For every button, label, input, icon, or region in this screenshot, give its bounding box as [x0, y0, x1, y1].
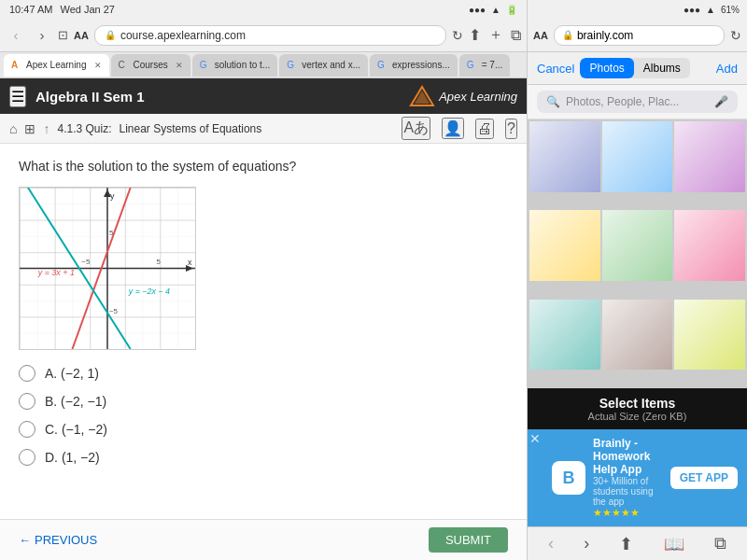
- brainly-app-desc: 30+ Million of students using the app: [593, 476, 663, 507]
- tab-7[interactable]: G = 7...: [459, 54, 511, 77]
- tab-expressions[interactable]: G expressions...: [370, 54, 458, 77]
- photo-cell-4[interactable]: [529, 210, 600, 281]
- right-panel: ●●● ▲ 61% AA 🔒 brainly.com ↻ Ask a quest…: [528, 0, 747, 560]
- quiz-content: What is the solution to the system of eq…: [0, 144, 527, 519]
- tab-apex-learning[interactable]: A Apex Learning ✕: [4, 54, 109, 77]
- photo-cell-8[interactable]: [602, 300, 673, 371]
- banner-close-button[interactable]: ✕: [529, 431, 541, 446]
- apex-app-header: ☰ Algebra II Sem 1 Apex Learning: [0, 78, 527, 114]
- photo-cell-1[interactable]: [529, 121, 600, 192]
- right-share-button[interactable]: ⬆: [612, 530, 641, 558]
- answer-option-d: D. (1, −2): [19, 449, 508, 466]
- svg-text:y: y: [110, 191, 115, 201]
- breadcrumb-actions: Aあ 👤 🖨 ?: [402, 117, 517, 140]
- open-tabs-button[interactable]: ⧉: [511, 27, 521, 44]
- question-text: What is the solution to the system of eq…: [19, 159, 508, 174]
- tab-vertex[interactable]: G vertex and x...: [279, 54, 368, 77]
- radio-c[interactable]: [19, 421, 35, 438]
- answer-label-a: A. (−2, 1): [45, 366, 99, 381]
- tab-favicon-courses: C: [119, 60, 130, 71]
- translate-button[interactable]: Aあ: [402, 117, 430, 140]
- breadcrumb-bar: ⌂ ⊞ ↑ 4.1.3 Quiz: Linear Systems of Equa…: [0, 114, 527, 144]
- right-signal-icon: ●●●: [684, 5, 700, 15]
- select-items-title: Select Items: [537, 396, 738, 411]
- time: 10:47 AM: [9, 4, 52, 15]
- right-wifi-icon: ▲: [706, 5, 715, 15]
- user-button[interactable]: 👤: [442, 118, 464, 139]
- photo-cell-9[interactable]: [674, 300, 745, 371]
- right-reader-mode-button[interactable]: AA: [533, 30, 548, 41]
- picker-tab-photos[interactable]: Photos: [580, 58, 633, 78]
- browser-chrome: ‹ › ⊡ AA 🔒 course.apexlearning.com ↻ ⬆ ＋…: [0, 19, 527, 52]
- picker-search-input[interactable]: 🔍 Photos, People, Plac... 🎤: [537, 91, 738, 113]
- right-address-text: brainly.com: [577, 29, 633, 42]
- tab-close-courses[interactable]: ✕: [176, 61, 183, 70]
- picker-cancel-button[interactable]: Cancel: [537, 62, 574, 76]
- radio-d[interactable]: [19, 449, 35, 466]
- photo-cell-6[interactable]: [674, 210, 745, 281]
- get-app-button[interactable]: GET APP: [670, 467, 738, 489]
- portfolio-button[interactable]: ⊞: [24, 121, 35, 136]
- right-lock-icon: 🔒: [562, 30, 573, 40]
- photo-grid: [528, 119, 747, 388]
- tab-favicon-solution: G: [200, 60, 211, 71]
- previous-link[interactable]: ← PREVIOUS: [19, 533, 97, 547]
- graph-svg: y x −5 5 −5 5: [20, 188, 195, 349]
- reload-button[interactable]: ↻: [452, 28, 463, 43]
- photo-cell-2[interactable]: [602, 121, 673, 192]
- tabs-button[interactable]: ⊡: [58, 28, 68, 42]
- svg-text:−5: −5: [81, 258, 91, 266]
- tab-close-apex[interactable]: ✕: [94, 61, 102, 70]
- answer-option-c: C. (−1, −2): [19, 421, 508, 438]
- course-title: Algebra II Sem 1: [35, 89, 409, 105]
- right-back-button[interactable]: ‹: [541, 530, 561, 557]
- right-forward-button[interactable]: ›: [576, 530, 597, 557]
- photo-picker-header: Cancel Photos Albums Add: [528, 52, 747, 85]
- picker-tab-albums[interactable]: Albums: [634, 58, 690, 78]
- tab-favicon-7: G: [467, 60, 478, 71]
- select-items-bar: Select Items Actual Size (Zero KB): [528, 388, 747, 429]
- picker-add-button[interactable]: Add: [716, 62, 738, 76]
- picker-tabs: Photos Albums: [580, 58, 689, 78]
- right-bookmarks-button[interactable]: 📖: [656, 530, 692, 558]
- hamburger-menu-button[interactable]: ☰: [9, 86, 26, 107]
- right-status-bar: ●●● ▲ 61%: [528, 0, 747, 19]
- answer-label-c: C. (−1, −2): [45, 422, 107, 437]
- back-button[interactable]: ‹: [6, 25, 26, 46]
- add-tab-button[interactable]: ＋: [488, 25, 503, 45]
- tab-courses[interactable]: C Courses ✕: [111, 54, 190, 77]
- breadcrumb-separator: ↑: [43, 121, 49, 136]
- status-bar-right: ●●● ▲ 🔋: [469, 5, 517, 15]
- radio-a[interactable]: [19, 365, 35, 382]
- reader-mode-button[interactable]: AA: [74, 30, 89, 41]
- home-button[interactable]: ⌂: [9, 121, 17, 136]
- radio-b[interactable]: [19, 393, 35, 410]
- tab-label-7: = 7...: [482, 60, 503, 70]
- toolbar-icons: ⬆ ＋ ⧉: [469, 25, 521, 45]
- right-tabs-button[interactable]: ⧉: [707, 530, 734, 557]
- brainly-app-banner: ✕ B Brainly - Homework Help App 30+ Mill…: [528, 429, 747, 526]
- right-browser-chrome: AA 🔒 brainly.com ↻: [528, 19, 747, 52]
- address-text: course.apexlearning.com: [120, 29, 436, 42]
- apex-logo-icon: [409, 83, 435, 109]
- answer-label-b: B. (−2, −1): [45, 394, 106, 409]
- submit-button[interactable]: SUBMIT: [429, 527, 508, 553]
- print-button[interactable]: 🖨: [475, 119, 494, 139]
- svg-text:y = 3x + 1: y = 3x + 1: [37, 268, 75, 277]
- answer-option-a: A. (−2, 1): [19, 365, 508, 382]
- left-panel: 10:47 AM Wed Jan 27 ●●● ▲ 🔋 ‹ › ⊡ AA 🔒 c…: [0, 0, 528, 560]
- picker-search-area: 🔍 Photos, People, Plac... 🎤: [528, 85, 747, 119]
- tab-label-vertex: vertex and x...: [302, 60, 360, 70]
- help-button[interactable]: ?: [505, 119, 517, 139]
- photo-cell-3[interactable]: [674, 121, 745, 192]
- photo-cell-5[interactable]: [602, 210, 673, 281]
- forward-button[interactable]: ›: [32, 25, 52, 46]
- right-reload-button[interactable]: ↻: [730, 28, 741, 43]
- tab-solution[interactable]: G solution to t...: [192, 54, 277, 77]
- photo-cell-7[interactable]: [529, 300, 600, 371]
- browser-tabs: A Apex Learning ✕ C Courses ✕ G solution…: [0, 52, 527, 78]
- right-address-bar[interactable]: 🔒 brainly.com: [554, 25, 725, 46]
- search-placeholder: Photos, People, Plac...: [566, 95, 679, 108]
- address-bar[interactable]: 🔒 course.apexlearning.com: [94, 25, 446, 46]
- share-button[interactable]: ⬆: [469, 26, 481, 44]
